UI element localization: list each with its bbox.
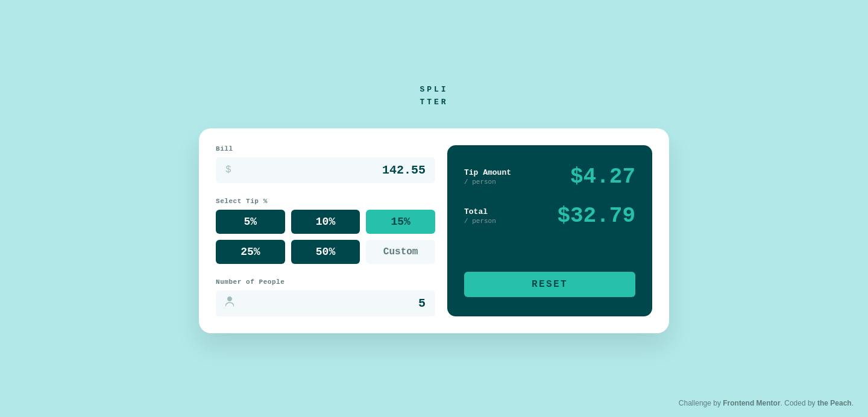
left-panel: Bill $ Select Tip % 5% 10% 15% 25% 50% C… <box>216 145 435 316</box>
people-section: Number of People <box>216 278 435 316</box>
people-input-wrapper <box>216 290 435 316</box>
tip-grid: 5% 10% 15% 25% 50% Custom <box>216 210 435 264</box>
total-result-row: Total / person $32.79 <box>464 204 635 228</box>
tip-btn-15[interactable]: 15% <box>366 210 435 234</box>
tip-result-value: $4.27 <box>570 165 635 189</box>
footer-author: the Peach <box>817 399 852 407</box>
tip-btn-custom[interactable]: Custom <box>366 240 435 264</box>
total-result-sub: / person <box>464 218 496 225</box>
app-title: SPLI TTER <box>420 84 448 109</box>
footer-middle: . Coded by <box>781 399 817 407</box>
reset-button[interactable]: RESET <box>464 272 635 297</box>
tip-result-label: Tip Amount <box>464 168 511 177</box>
footer-suffix: . <box>852 399 854 407</box>
tip-result-labels: Tip Amount / person <box>464 168 511 186</box>
tip-btn-5[interactable]: 5% <box>216 210 285 234</box>
tip-btn-10[interactable]: 10% <box>291 210 360 234</box>
bill-section: Bill $ <box>216 145 435 183</box>
bill-input-wrapper: $ <box>216 157 435 183</box>
bill-label: Bill <box>216 145 435 152</box>
tip-btn-25[interactable]: 25% <box>216 240 285 264</box>
tip-result-row: Tip Amount / person $4.27 <box>464 165 635 189</box>
total-result-labels: Total / person <box>464 207 496 225</box>
tip-btn-50[interactable]: 50% <box>291 240 360 264</box>
right-panel: Tip Amount / person $4.27 Total / person… <box>447 145 652 316</box>
bill-input[interactable] <box>236 163 426 177</box>
tip-label: Select Tip % <box>216 198 435 205</box>
people-input[interactable] <box>239 296 426 310</box>
footer-brand: Frontend Mentor <box>723 399 780 407</box>
dollar-icon: $ <box>225 165 231 175</box>
total-result-value: $32.79 <box>557 204 635 228</box>
people-label: Number of People <box>216 278 435 286</box>
tip-result-sub: / person <box>464 178 511 186</box>
main-card: Bill $ Select Tip % 5% 10% 15% 25% 50% C… <box>199 128 669 333</box>
tip-section: Select Tip % 5% 10% 15% 25% 50% Custom <box>216 198 435 264</box>
footer-prefix: Challenge by <box>679 399 723 407</box>
person-icon <box>225 296 234 310</box>
results-area: Tip Amount / person $4.27 Total / person… <box>464 165 635 243</box>
total-result-label: Total <box>464 207 496 216</box>
footer: Challenge by Frontend Mentor. Coded by t… <box>679 399 854 407</box>
